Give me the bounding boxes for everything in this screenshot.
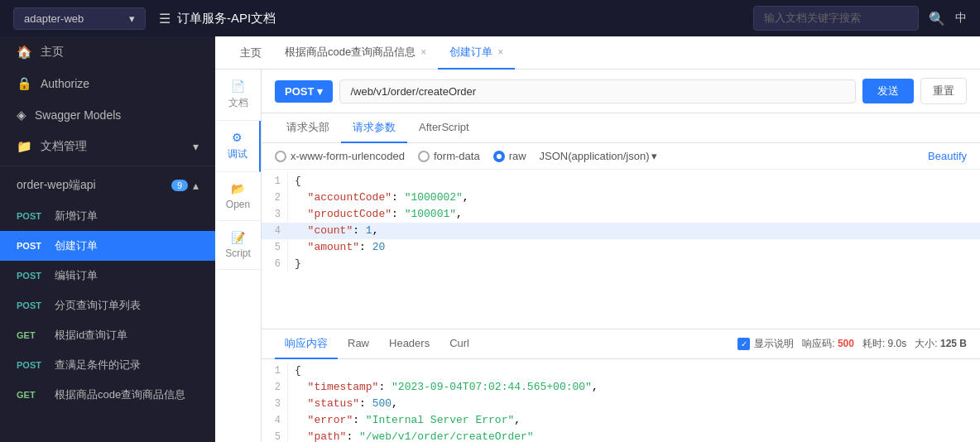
params-area: x-www-form-urlencoded form-data raw <box>262 143 980 329</box>
response-tabs: 响应内容 Raw Headers Curl <box>262 329 980 359</box>
checkbox-icon: ✓ <box>737 338 750 350</box>
line-num: 3 <box>262 206 288 223</box>
tab-1[interactable]: 根据商品code查询商品信息 × <box>273 36 438 70</box>
line-num: 1 <box>262 363 288 379</box>
req-tab-params[interactable]: 请求参数 <box>341 113 407 143</box>
send-button[interactable]: 发送 <box>862 79 914 103</box>
response-area: 响应内容 Raw Headers Curl <box>262 329 980 442</box>
selector-label: adapter-web <box>24 12 84 25</box>
line-num: 5 <box>262 239 288 256</box>
inner-tab-debug[interactable]: ⚙ 调试 <box>215 121 261 172</box>
req-tab-afterscript[interactable]: AfterScript <box>407 113 481 143</box>
beautify-button[interactable]: Beautify <box>928 150 967 162</box>
radio-raw <box>493 151 505 162</box>
code-line: 1 { <box>262 173 980 190</box>
method-badge-post: POST <box>17 211 46 221</box>
page-title: 订单服务-API文档 <box>177 11 276 26</box>
req-tab-headers[interactable]: 请求头部 <box>275 113 341 143</box>
api-group-header[interactable]: order-wep端api 9 ▴ <box>0 170 215 201</box>
api-item-selected[interactable]: POST 创建订单 <box>0 231 215 261</box>
line-content: "error": "Internal Server Error", <box>295 412 521 429</box>
chevron-down-icon: ▾ <box>193 140 199 153</box>
size-label: 大小: 125 B <box>915 337 967 351</box>
sidebar-item-swagger-models[interactable]: ◈ Swagger Models <box>0 99 215 131</box>
line-num: 6 <box>262 256 288 272</box>
code-line: 4 "count": 1, <box>262 223 980 239</box>
resp-tab-raw[interactable]: Raw <box>338 329 379 359</box>
json-type-dropdown[interactable]: JSON(application/json) ▾ <box>540 150 657 162</box>
hamburger-icon: ☰ <box>159 11 171 26</box>
method-badge-post: POST <box>17 360 46 370</box>
body-type-raw[interactable]: raw <box>493 150 526 162</box>
sidebar-item-doc-mgmt[interactable]: 📁 文档管理 ▾ <box>0 131 215 162</box>
tab-2[interactable]: 创建订单 × <box>438 36 515 70</box>
method-select[interactable]: POST ▾ <box>275 80 333 103</box>
api-label: 分页查询订单列表 <box>55 298 141 313</box>
api-label: 根据商品code查询商品信息 <box>55 387 185 402</box>
sidebar-divider <box>0 166 215 166</box>
resp-tab-headers[interactable]: Headers <box>379 329 440 359</box>
method-badge-post: POST <box>17 300 46 310</box>
code-line: 4 "error": "Internal Server Error", <box>262 412 980 429</box>
doc-icon: 📄 <box>231 79 245 93</box>
line-content: "amount": 20 <box>295 239 385 256</box>
line-content: { <box>295 173 301 190</box>
app-selector[interactable]: adapter-web ▾ <box>13 7 146 30</box>
tab2-label: 创建订单 <box>449 45 492 60</box>
api-item[interactable]: POST 编辑订单 <box>0 261 215 291</box>
sidebar-item-authorize[interactable]: 🔒 Authorize <box>0 68 215 99</box>
api-item[interactable]: POST 新增订单 <box>0 201 215 231</box>
response-body-editor: 1 { 2 "timestamp": "2023-09-04T07:02:44.… <box>262 359 980 442</box>
folder-icon: 📁 <box>17 139 32 154</box>
reset-button[interactable]: 重置 <box>920 78 967 104</box>
method-badge-post: POST <box>17 271 46 281</box>
debug-icon: ⚙ <box>232 131 243 144</box>
response-meta: ✓ 显示说明 响应码: 500 耗时: 9.0s <box>737 337 967 351</box>
search-box[interactable]: 输入文档关键字搜索 <box>753 6 919 31</box>
editor-area: POST ▾ 发送 重置 请求头部 请求参数 Afte <box>262 70 980 442</box>
request-body-editor[interactable]: 1 { 2 "accountCode": "1000002", 3 "produ… <box>262 170 980 329</box>
tab-home[interactable]: 主页 <box>228 36 273 70</box>
lang-button[interactable]: 中 <box>955 11 967 26</box>
line-num: 2 <box>262 379 288 396</box>
api-group: order-wep端api 9 ▴ POST 新增订单 POST 创建订单 PO… <box>0 170 215 410</box>
api-label: 新增订单 <box>55 209 98 223</box>
api-item[interactable]: GET 根据商品code查询商品信息 <box>0 380 215 410</box>
lock-icon: 🔒 <box>17 76 32 91</box>
tab1-close[interactable]: × <box>420 46 426 58</box>
resp-tab-curl[interactable]: Curl <box>440 329 479 359</box>
resp-tab-content[interactable]: 响应内容 <box>275 329 338 359</box>
open-icon: 📂 <box>231 182 245 195</box>
line-num: 4 <box>262 223 288 239</box>
body-type-urlencoded[interactable]: x-www-form-urlencoded <box>275 150 405 162</box>
home-icon: 🏠 <box>17 45 32 60</box>
body-type-bar: x-www-form-urlencoded form-data raw <box>262 143 980 170</box>
api-item[interactable]: GET 根据id查询订单 <box>0 320 215 350</box>
code-line: 5 "amount": 20 <box>262 239 980 256</box>
sidebar-item-home[interactable]: 🏠 主页 <box>0 36 215 68</box>
time-label: 耗时: 9.0s <box>862 337 906 351</box>
line-content: "productCode": "100001", <box>295 206 463 223</box>
api-label: 编辑订单 <box>55 268 98 283</box>
line-content: "status": 500, <box>295 396 398 412</box>
code-line: 6 } <box>262 256 980 272</box>
body-type-formdata[interactable]: form-data <box>418 150 480 162</box>
show-desc-checkbox[interactable]: ✓ 显示说明 <box>737 337 794 351</box>
inner-tab-doc[interactable]: 📄 文档 <box>215 70 261 121</box>
api-label: 查满足条件的记录 <box>55 358 141 372</box>
status-label: 响应码: 500 <box>802 337 854 351</box>
line-num: 1 <box>262 173 288 190</box>
url-input[interactable] <box>339 79 856 103</box>
inner-tab-open[interactable]: 📂 Open <box>215 172 261 221</box>
api-item[interactable]: POST 分页查询订单列表 <box>0 291 215 320</box>
inner-tab-script[interactable]: 📝 Script <box>215 221 261 270</box>
inner-tabs: 📄 文档 ⚙ 调试 📂 Open 📝 Script <box>215 70 262 442</box>
line-content: "count": 1, <box>295 223 378 239</box>
api-group-badge: 9 <box>171 180 188 191</box>
search-icon[interactable]: 🔍 <box>929 11 945 26</box>
tab1-label: 根据商品code查询商品信息 <box>285 45 416 60</box>
tab2-close[interactable]: × <box>497 46 503 58</box>
api-item[interactable]: POST 查满足条件的记录 <box>0 350 215 380</box>
method-badge-post: POST <box>17 241 46 251</box>
script-icon: 📝 <box>231 231 245 244</box>
